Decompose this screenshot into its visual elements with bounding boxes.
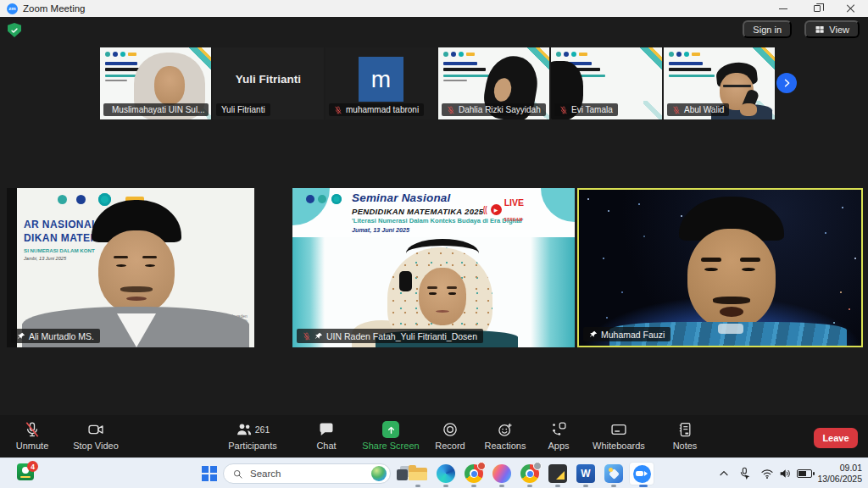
reactions-button[interactable]: Reactions [481, 421, 530, 451]
glasses [723, 85, 751, 87]
taskbar-edge-icon[interactable] [436, 463, 456, 484]
mic-muted-icon [447, 106, 455, 114]
taskbar-chrome-icon[interactable] [464, 463, 484, 484]
maximize-button[interactable] [800, 0, 834, 17]
filmstrip-next-button[interactable] [776, 73, 797, 93]
video-thumbnail-yuli-fitrianti[interactable]: Yuli Fitrianti Yuli Fitrianti [213, 47, 324, 119]
participants-button[interactable]: 261 Participants [225, 421, 280, 451]
stop-video-label: Stop Video [68, 441, 124, 451]
notes-label: Notes [665, 441, 705, 451]
unmute-button[interactable]: Unmute [8, 421, 56, 451]
start-button[interactable] [202, 466, 216, 480]
taskbar-capture-app-icon[interactable] [548, 463, 568, 484]
participant-name: Muhamad Fauzi [601, 330, 665, 340]
notes-button[interactable]: Notes [665, 421, 705, 451]
participant-name-badge: Abul Walid [667, 103, 729, 116]
taskbar-word-icon[interactable]: W [576, 463, 596, 484]
apps-button[interactable]: Apps [539, 421, 578, 451]
video-thumbnail-muslimahayati[interactable]: Muslimahayati UIN Sul... [100, 47, 211, 119]
pin-icon [314, 332, 323, 341]
record-button[interactable]: Record [429, 421, 471, 451]
sign-in-button[interactable]: Sign in [743, 20, 792, 38]
video-thumbnail-abul-walid[interactable]: Abul Walid [664, 47, 775, 119]
banner-text-line1: AR NASIONAL [24, 219, 98, 230]
signal-arcs-icon: (( [483, 205, 487, 214]
taskbar-chrome-profile2-icon[interactable] [520, 463, 540, 484]
participant-name-badge: Muhamad Fauzi [583, 327, 670, 341]
search-placeholder: Search [250, 469, 281, 479]
seminar-banner: Seminar Nasional PENDIDIKAN MATEMATIKA 2… [292, 188, 575, 237]
banner-text-line3: SI NUMERASI DALAM KONT [24, 247, 95, 253]
tray-microphone-icon[interactable] [738, 467, 752, 480]
stop-video-button[interactable]: Stop Video [68, 421, 124, 451]
share-screen-button[interactable]: Share Screen [362, 421, 420, 451]
pin-icon [589, 330, 598, 339]
participant-face [419, 268, 466, 325]
taskbar-copilot-icon[interactable] [492, 463, 512, 484]
record-label: Record [429, 441, 471, 451]
participant-face [154, 66, 185, 105]
clock-time: 09.01 [840, 463, 862, 473]
taskbar-photos-icon[interactable] [604, 463, 624, 484]
share-screen-icon [382, 421, 399, 438]
mic-muted-icon [559, 106, 568, 114]
whiteboards-button[interactable]: Whiteboards [587, 421, 651, 451]
headphones-band [406, 239, 479, 268]
window-titlebar: zm Zoom Meeting [0, 0, 868, 17]
participants-count: 261 [255, 424, 270, 435]
meeting-info-shield-icon[interactable] [8, 23, 21, 37]
apps-label: Apps [539, 441, 578, 451]
tray-hidden-icons-chevron[interactable] [717, 467, 731, 480]
view-button[interactable]: View [804, 20, 860, 38]
hand [740, 103, 757, 116]
minimize-button[interactable] [766, 0, 800, 17]
chrome-profile-badge [533, 462, 542, 470]
video-thumbnail-muhammad-tabroni[interactable]: m muhammad tabroni [326, 47, 437, 119]
windows-taskbar: 4 Search [0, 458, 868, 488]
whiteboards-label: Whiteboards [587, 441, 651, 451]
minimize-icon [779, 8, 787, 9]
tray-volume-icon[interactable] [778, 467, 792, 480]
pin-icon [17, 332, 25, 341]
gallery-view-icon [815, 25, 825, 35]
chat-icon [318, 421, 335, 438]
mic-muted-icon [334, 106, 342, 114]
taskbar-clock[interactable]: 09.01 13/06/2025 [817, 463, 862, 485]
seminar-date: Jumat, 13 Juni 2025 [352, 226, 409, 234]
tray-wifi-icon[interactable] [760, 467, 774, 480]
chevron-right-icon [781, 77, 793, 89]
participant-name-badge: muhammad tabroni [329, 103, 424, 116]
mic-muted-icon [672, 106, 681, 114]
stars [587, 198, 589, 200]
video-thumbnail-evi-tamala[interactable]: Evi Tamala [551, 47, 662, 119]
notification-count-badge[interactable]: 4 [27, 461, 38, 472]
chrome-profile-badge [477, 462, 486, 470]
participant-name: muhammad tabroni [346, 105, 419, 114]
meeting-control-bar: Unmute Stop Video 261 Participants Chat [0, 415, 868, 458]
video-tile-uin-raden-fatah[interactable]: Seminar Nasional PENDIDIKAN MATEMATIKA 2… [292, 188, 575, 347]
mic-muted-icon [303, 332, 311, 341]
chat-button[interactable]: Chat [307, 421, 346, 451]
sign-in-label: Sign in [753, 25, 782, 35]
tray-battery-icon[interactable] [797, 469, 812, 478]
video-tile-ali-murtadlo[interactable]: AR NASIONAL DIKAN MATEMATIKA SI NUMERASI… [7, 188, 254, 347]
chat-label: Chat [307, 441, 346, 451]
video-tile-muhamad-fauzi[interactable]: Muhamad Fauzi [577, 188, 863, 347]
view-label: View [829, 25, 849, 35]
search-highlight-doodle [371, 466, 387, 481]
video-thumbnail-dahlia[interactable]: Dahlia Rizki Sayyidah [438, 47, 549, 119]
play-icon: ▶ [491, 204, 502, 215]
participant-name-badge: Evi Tamala [554, 103, 618, 116]
leave-button[interactable]: Leave [814, 428, 858, 448]
taskbar-file-explorer-icon[interactable] [408, 463, 428, 484]
apps-icon [550, 421, 567, 438]
participants-label: Participants [225, 441, 280, 451]
participant-face [687, 229, 776, 329]
close-button[interactable] [834, 0, 868, 17]
zoom-app-icon: zm [7, 3, 18, 14]
participant-name: Abul Walid [684, 105, 724, 114]
banner-text-line4: Jambi, 13 Juni 2025 [24, 256, 66, 261]
taskbar-zoom-icon-active[interactable] [629, 462, 654, 485]
participant-name-badge: Muslimahayati UIN Sul... [103, 103, 209, 116]
taskbar-search[interactable]: Search [223, 463, 391, 484]
